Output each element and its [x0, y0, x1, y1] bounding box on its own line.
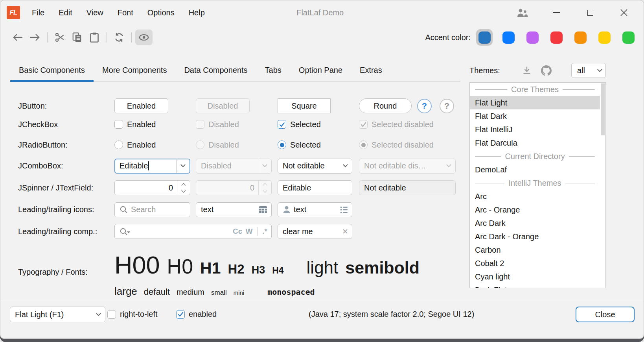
button-round[interactable]: Round — [359, 98, 412, 113]
themes-label: Themes: — [469, 66, 500, 75]
menu-options[interactable]: Options — [147, 8, 175, 17]
accent-swatch-3[interactable] — [548, 29, 565, 46]
theme-item-flat-intellij[interactable]: Flat IntelliJ — [470, 123, 600, 136]
theme-item-dark-flat[interactable]: Dark Flat — [470, 283, 600, 288]
combobox-disabled: Disabled — [196, 159, 272, 174]
button-enabled[interactable]: Enabled — [114, 98, 168, 113]
theme-item-flat-darcula[interactable]: Flat Darcula — [470, 136, 600, 150]
radio-circle — [278, 140, 286, 149]
calendar-icon[interactable] — [259, 206, 267, 214]
clearable-field[interactable]: clear me × — [278, 224, 352, 239]
tabbar: Basic ComponentsMore ComponentsData Comp… — [10, 59, 460, 82]
theme-item-arc-dark[interactable]: Arc Dark — [470, 216, 600, 230]
h0-sample: H0 — [167, 255, 193, 278]
checkbox-box — [359, 120, 368, 129]
theme-item-arc[interactable]: Arc — [470, 190, 600, 203]
spinner-down-icon[interactable] — [181, 188, 186, 192]
lookandfeel-combobox[interactable]: Flat Light (F1) — [10, 307, 105, 322]
checkbox-box — [107, 310, 116, 319]
theme-item-cobalt-2[interactable]: Cobalt 2 — [470, 257, 600, 270]
tab-option-pane[interactable]: Option Pane — [290, 59, 351, 81]
github-icon[interactable] — [541, 65, 552, 76]
theme-item-flat-dark[interactable]: Flat Dark — [470, 109, 600, 123]
menu-edit[interactable]: Edit — [59, 8, 72, 17]
theme-item-cyan-light[interactable]: Cyan light — [470, 270, 600, 283]
users-icon[interactable] — [516, 6, 529, 19]
text-field-user-menu[interactable]: text — [278, 202, 352, 217]
search-field-with-options[interactable]: Cc W .* — [114, 224, 272, 239]
combobox-arrow-button[interactable] — [177, 164, 190, 168]
scrollbar-thumb[interactable] — [601, 83, 605, 135]
clear-button[interactable]: × — [342, 227, 348, 236]
show-hidden-toggle-button[interactable] — [135, 30, 153, 45]
close-window-button[interactable] — [618, 6, 630, 19]
regex-toggle[interactable]: .* — [262, 227, 267, 236]
whole-word-toggle[interactable]: W — [245, 227, 252, 236]
spinner-up-icon — [263, 183, 267, 187]
theme-item-flat-light[interactable]: Flat Light — [470, 96, 600, 109]
combobox-editable[interactable]: Editable — [114, 159, 190, 174]
statusbar: Flat Light (F1) right-to-left enabled (J… — [0, 302, 644, 339]
search-field[interactable]: Search — [114, 202, 190, 217]
radio-selected[interactable]: Selected — [278, 140, 359, 150]
accent-swatch-1[interactable] — [500, 29, 517, 46]
radio-selected-disabled: Selected disabled — [359, 140, 456, 150]
menu-help[interactable]: Help — [189, 8, 205, 17]
text-field-calendar[interactable]: text — [196, 202, 272, 217]
menu-list-icon[interactable] — [340, 206, 348, 213]
minimize-button[interactable] — [550, 6, 563, 19]
accent-swatch-color — [550, 31, 563, 44]
paste-button[interactable] — [86, 30, 103, 45]
download-icon[interactable] — [522, 66, 532, 75]
menu-view[interactable]: View — [86, 8, 103, 17]
tab-basic-components[interactable]: Basic Components — [10, 59, 94, 81]
spinner-up-icon[interactable] — [181, 183, 186, 187]
checkbox-box — [196, 120, 204, 129]
checkbox-selected[interactable]: Selected — [278, 120, 359, 129]
menu-font[interactable]: Font — [118, 8, 133, 17]
maximize-button[interactable] — [584, 6, 596, 19]
match-case-toggle[interactable]: Cc — [233, 227, 242, 236]
theme-item-demolaf[interactable]: DemoLaf — [470, 163, 600, 176]
menu-file[interactable]: File — [32, 8, 44, 17]
accent-swatch-4[interactable] — [572, 29, 589, 46]
textfield-value: Not editable — [364, 183, 451, 192]
text-caret — [148, 161, 149, 170]
right-to-left-checkbox[interactable]: right-to-left — [107, 310, 158, 319]
theme-item-arc-dark-orange[interactable]: Arc Dark - Orange — [470, 230, 600, 243]
cut-icon — [55, 32, 65, 43]
button-square[interactable]: Square — [278, 98, 331, 113]
refresh-button[interactable] — [110, 30, 128, 45]
theme-item-carbon[interactable]: Carbon — [470, 243, 600, 257]
textfield-editable[interactable]: Editable — [278, 180, 352, 195]
search-dropdown-button[interactable] — [120, 227, 130, 236]
forward-button[interactable] — [26, 30, 44, 45]
combobox-not-editable[interactable]: Not editable — [278, 159, 352, 174]
accent-swatch-0[interactable] — [476, 29, 493, 46]
theme-item-arc-orange[interactable]: Arc - Orange — [470, 203, 600, 216]
textfield-not-editable: Not editable — [359, 180, 456, 195]
enabled-checkbox[interactable]: enabled — [176, 310, 217, 319]
spinner[interactable]: 0 — [114, 180, 190, 195]
close-button[interactable]: Close — [576, 307, 635, 322]
accent-swatch-5[interactable] — [596, 29, 613, 46]
radio-enabled[interactable]: Enabled — [114, 140, 196, 150]
themes-filter-combobox[interactable]: all — [571, 63, 606, 78]
tab-extras[interactable]: Extras — [351, 59, 391, 81]
tab-data-components[interactable]: Data Components — [175, 59, 256, 81]
tab-tabs[interactable]: Tabs — [256, 59, 290, 81]
themes-scrollbar[interactable] — [600, 83, 605, 288]
toolbar-separator — [131, 32, 132, 43]
accent-swatch-2[interactable] — [524, 29, 541, 46]
radio-label: Selected — [290, 140, 321, 150]
large-sample: large — [114, 285, 137, 298]
copy-button[interactable] — [68, 30, 86, 45]
back-button[interactable] — [9, 30, 26, 45]
spinner-value: 0 — [115, 183, 177, 192]
checkbox-enabled[interactable]: Enabled — [114, 120, 196, 129]
cut-button[interactable] — [51, 30, 68, 45]
tab-more-components[interactable]: More Components — [94, 59, 176, 81]
help-button[interactable]: ? — [417, 99, 432, 113]
accent-swatch-6[interactable] — [620, 29, 637, 46]
spinner-buttons[interactable] — [177, 182, 190, 194]
